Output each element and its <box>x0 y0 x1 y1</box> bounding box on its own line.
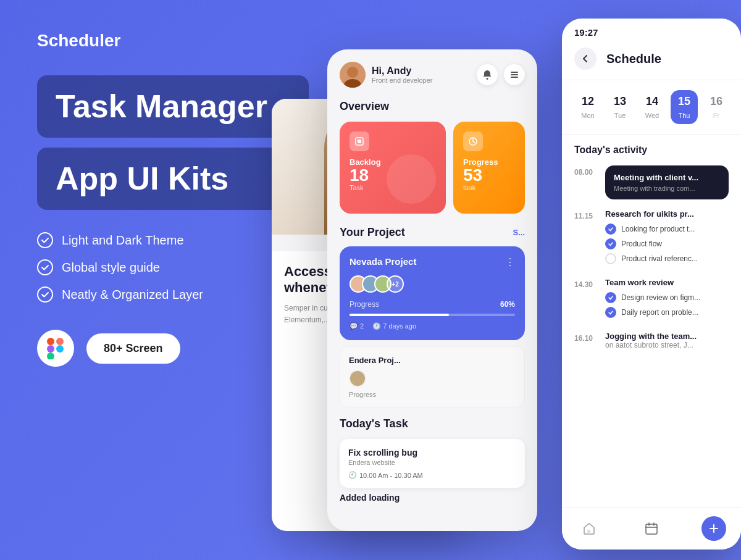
headline-app-ui: App UI Kits <box>56 161 290 196</box>
day-label-12: Mon <box>581 112 594 119</box>
jogging-card: Jogging with the team... on aatot subrot… <box>605 332 697 349</box>
check-2 <box>605 238 616 249</box>
team-check-text-2: Daily report on proble... <box>621 308 698 317</box>
headline-box-2: App UI Kits <box>37 148 309 210</box>
status-bar: 19:27 <box>562 19 741 43</box>
team-check-1: Design review on figm... <box>605 292 729 303</box>
status-time: 19:27 <box>574 27 598 38</box>
your-project-title: Your Project <box>340 226 405 239</box>
avatars-extra: +2 <box>387 275 404 293</box>
bottom-nav <box>562 507 741 550</box>
nav-add[interactable] <box>701 516 726 541</box>
header-icons <box>477 64 525 85</box>
jogging-sub: on aatot subroto street, J... <box>605 341 697 349</box>
progress-bar-bg <box>350 314 515 316</box>
team-check-icon-2 <box>605 307 616 318</box>
endera-title: Endera Proj... <box>349 356 516 365</box>
svg-rect-9 <box>511 72 518 73</box>
days-ago: 🕐 7 days ago <box>372 322 416 330</box>
endera-project-card[interactable]: Endera Proj... Progress <box>340 346 525 407</box>
svg-rect-13 <box>358 140 361 143</box>
feature-item-2: Global style guide <box>37 259 309 275</box>
progress-row: Progress 60% <box>350 300 515 309</box>
timeslot-0800: 08.00 Meeting with client v... Meeting w… <box>574 165 729 199</box>
day-num-16: 16 <box>710 95 722 108</box>
project-menu-icon[interactable]: ⋮ <box>505 256 515 268</box>
svg-rect-1 <box>56 338 64 345</box>
cal-day-13[interactable]: 13 Tue <box>606 90 634 124</box>
meeting-card[interactable]: Meeting with client v... Meeting with tr… <box>605 165 729 199</box>
check-text-2: Product flow <box>621 240 662 248</box>
activity-title: Today's activity <box>574 144 729 156</box>
calendar-strip: 12 Mon 13 Tue 14 Wed 15 Thu 16 Fr <box>562 80 741 135</box>
progress-bar-fill <box>350 314 449 316</box>
notification-btn[interactable] <box>477 64 498 85</box>
check-3 <box>605 253 616 264</box>
timeslot-1430: 14.30 Team work review Design review on … <box>574 278 729 322</box>
see-all-btn[interactable]: S... <box>513 228 525 237</box>
svg-rect-16 <box>646 524 657 534</box>
cal-day-16[interactable]: 16 Fr <box>703 90 730 124</box>
cal-day-14[interactable]: 14 Wed <box>638 90 666 124</box>
time-1115: 11.15 <box>574 209 597 220</box>
team-review-card: Team work review Design review on figm..… <box>605 278 729 322</box>
backlog-card[interactable]: Backlog 18 Task <box>340 122 446 214</box>
feature-item-3: Neatly & Organized Layer <box>37 286 309 303</box>
progress-count: 53 <box>463 167 515 184</box>
nav-home[interactable] <box>577 516 601 541</box>
app-title: Scheduler <box>37 31 309 51</box>
day-num-15: 15 <box>678 95 690 108</box>
main-phone-content: Hi, Andy Front end developer <box>327 49 537 531</box>
cal-day-15[interactable]: 15 Thu <box>671 90 698 124</box>
time-0800: 08.00 <box>574 165 597 177</box>
endera-avatar <box>349 370 366 387</box>
task-subtitle: Endera website <box>348 459 516 466</box>
check-icon-2 <box>37 259 53 275</box>
checklist-item-3: Product rival referenc... <box>605 253 729 264</box>
task-card[interactable]: Fix scrolling bug Endera website 🕙 10.00… <box>340 439 525 488</box>
team-check-icon-1 <box>605 292 616 303</box>
nevada-project-card[interactable]: Nevada Project ⋮ +2 Progress 60% � <box>340 246 525 340</box>
cal-day-12[interactable]: 12 Mon <box>574 90 601 124</box>
endera-avatars <box>349 370 516 387</box>
endera-progress-label: Progress <box>349 391 516 398</box>
user-role: Front end developer <box>372 77 432 84</box>
timeslot-1115: 11.15 Research for uikits pr... Looking … <box>574 209 729 268</box>
schedule-content: 19:27 Schedule 12 Mon 13 Tue <box>562 19 741 550</box>
phones-area: Wedne... Access from wh... whenever y...… <box>272 0 741 560</box>
team-check-text-1: Design review on figm... <box>621 293 700 302</box>
today-task-title: Today's Task <box>340 417 525 430</box>
day-label-14: Wed <box>645 112 659 119</box>
comments-count: 💬 2 <box>350 322 364 330</box>
main-header: Hi, Andy Front end developer <box>340 62 525 88</box>
checklist-item-1: Looking for product t... <box>605 224 729 235</box>
day-num-13: 13 <box>614 95 626 108</box>
features-list: Light and Dark Theme Global style guide … <box>37 232 309 303</box>
team-check-2: Daily report on proble... <box>605 307 729 318</box>
team-review-title: Team work review <box>605 278 729 287</box>
today-task-section: Today's Task Fix scrolling bug Endera we… <box>340 417 525 503</box>
day-num-14: 14 <box>646 95 658 108</box>
user-details: Hi, Andy Front end developer <box>372 65 432 84</box>
svg-point-4 <box>56 345 64 353</box>
schedule-header: Schedule <box>562 43 741 80</box>
check-icon-1 <box>37 232 53 248</box>
progress-task: task <box>463 184 515 191</box>
back-button[interactable] <box>574 48 597 70</box>
nav-calendar[interactable] <box>639 516 664 541</box>
svg-rect-10 <box>511 74 518 75</box>
backlog-icon-wrap <box>350 132 369 151</box>
avatars-row: +2 <box>350 275 515 293</box>
feature-text-2: Global style guide <box>62 261 160 275</box>
svg-rect-2 <box>47 345 54 353</box>
meeting-sub: Meeting with trading com... <box>614 185 720 192</box>
checklist-item-2: Product flow <box>605 238 729 249</box>
progress-card[interactable]: Progress 53 task <box>453 122 525 214</box>
headline-task-manager: Task Manager <box>56 89 290 124</box>
project-card-header: Nevada Project ⋮ <box>350 256 515 268</box>
schedule-title: Schedule <box>606 52 661 66</box>
screen-badge: 80+ Screen <box>86 333 180 364</box>
added-loading-title: Added loading <box>340 493 525 503</box>
menu-btn[interactable] <box>504 64 525 85</box>
time-1430: 14.30 <box>574 278 597 289</box>
